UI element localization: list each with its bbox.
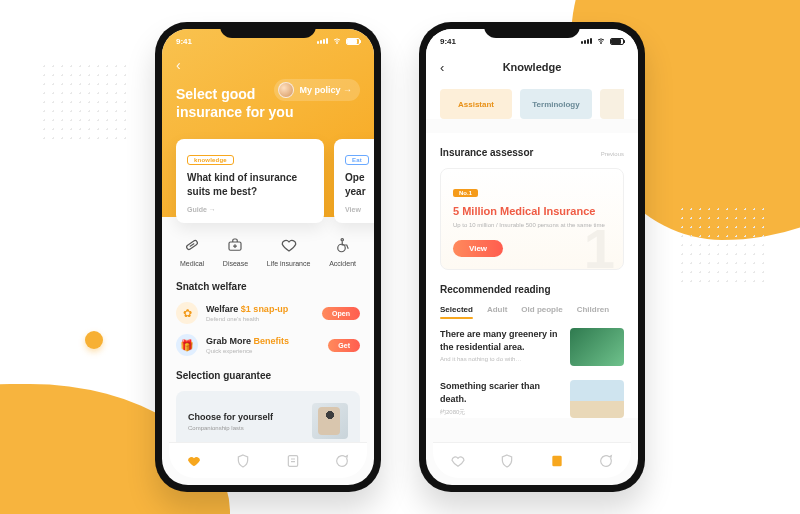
wifi-icon bbox=[332, 37, 342, 45]
article-thumbnail bbox=[570, 328, 624, 366]
article-thumbnail bbox=[570, 380, 624, 418]
status-time: 9:41 bbox=[176, 37, 192, 46]
get-button[interactable]: Get bbox=[328, 339, 360, 352]
assessor-card[interactable]: 1 No.1 5 Million Medical Insurance Up to… bbox=[440, 168, 624, 270]
assessor-desc: Up to 10 million / Insurable 500 persons… bbox=[453, 221, 611, 230]
wheelchair-icon bbox=[333, 235, 353, 255]
wifi-icon bbox=[596, 37, 606, 45]
knowledge-card-peek[interactable]: Eat Ope year View bbox=[334, 139, 374, 223]
card-title: Ope year bbox=[345, 171, 374, 198]
chip-guide[interactable]: Guid bbox=[600, 89, 624, 119]
my-policy-button[interactable]: My policy → bbox=[274, 79, 360, 101]
view-button[interactable]: View bbox=[453, 240, 503, 257]
tab-adult[interactable]: Adult bbox=[487, 305, 507, 314]
article-title: There are many greenery in the residenti… bbox=[440, 328, 560, 353]
status-time: 9:41 bbox=[440, 37, 456, 46]
welfare-title: Welfare $1 snap-up bbox=[206, 304, 314, 314]
device-notch bbox=[484, 22, 580, 38]
category-label: Medical bbox=[180, 260, 204, 267]
previous-link[interactable]: Previous bbox=[601, 151, 624, 157]
tab-doc-icon[interactable] bbox=[285, 453, 301, 469]
back-icon[interactable]: ‹ bbox=[176, 57, 360, 73]
category-label: Accident bbox=[329, 260, 356, 267]
insurance-assessor-title: Insurance assessor bbox=[440, 147, 533, 158]
tab-shield-icon[interactable] bbox=[499, 453, 515, 469]
welfare-sub: Defend one's health bbox=[206, 316, 314, 322]
article-item[interactable]: Something scarier than death. 约2080元 bbox=[440, 380, 624, 418]
page-title: Knowledge bbox=[503, 61, 562, 73]
card-link[interactable]: View bbox=[345, 206, 374, 213]
category-label: Disease bbox=[223, 260, 248, 267]
svg-rect-8 bbox=[552, 455, 561, 466]
svg-point-7 bbox=[601, 43, 602, 44]
phone-frame-home: 9:41 ‹ Select good insurance for you My … bbox=[155, 22, 381, 492]
category-life-insurance[interactable]: Life insurance bbox=[267, 235, 311, 267]
signal-icon bbox=[317, 38, 328, 44]
knowledge-card[interactable]: knowledge What kind of insurance suits m… bbox=[176, 139, 324, 223]
svg-point-5 bbox=[341, 239, 343, 241]
selection-guarantee-title: Selection guarantee bbox=[176, 370, 360, 381]
snatch-welfare-title: Snatch welfare bbox=[176, 281, 360, 292]
tab-chat-icon[interactable] bbox=[598, 453, 614, 469]
briefcase-medical-icon bbox=[225, 235, 245, 255]
badge-star-icon: ✿ bbox=[176, 302, 198, 324]
svg-rect-6 bbox=[288, 455, 297, 466]
tab-old-people[interactable]: Old people bbox=[521, 305, 562, 314]
article-item[interactable]: There are many greenery in the residenti… bbox=[440, 328, 624, 366]
welfare-sub: Quick experience bbox=[206, 348, 320, 354]
device-notch bbox=[220, 22, 316, 38]
tab-shield-icon[interactable] bbox=[235, 453, 251, 469]
heart-icon bbox=[279, 235, 299, 255]
chip-terminology[interactable]: Terminology bbox=[520, 89, 592, 119]
card-tag: Eat bbox=[345, 155, 369, 165]
battery-icon bbox=[346, 38, 360, 45]
article-sub: And it has nothing to do with… bbox=[440, 356, 560, 362]
tab-doc-icon[interactable] bbox=[549, 453, 565, 469]
welfare-row-snap-up[interactable]: ✿ Welfare $1 snap-up Defend one's health… bbox=[176, 302, 360, 324]
tab-children[interactable]: Children bbox=[577, 305, 609, 314]
recommended-reading-title: Recommended reading bbox=[440, 284, 624, 295]
article-title: Something scarier than death. bbox=[440, 380, 560, 405]
welfare-title: Grab More Benefits bbox=[206, 336, 320, 346]
tab-selected[interactable]: Selected bbox=[440, 305, 473, 314]
category-accident[interactable]: Accident bbox=[329, 235, 356, 267]
rank-badge: No.1 bbox=[453, 189, 478, 197]
battery-icon bbox=[610, 38, 624, 45]
signal-icon bbox=[581, 38, 592, 44]
phone-frame-knowledge: 9:41 ‹ Knowledge Assistant Terminology bbox=[419, 22, 645, 492]
open-button[interactable]: Open bbox=[322, 307, 360, 320]
my-policy-label: My policy → bbox=[299, 85, 352, 95]
card-title: What kind of insurance suits me best? bbox=[187, 171, 313, 198]
guarantee-sub: Companionship lasts bbox=[188, 425, 273, 431]
back-icon[interactable]: ‹ bbox=[440, 60, 444, 75]
chip-assistant[interactable]: Assistant bbox=[440, 89, 512, 119]
card-tag: knowledge bbox=[187, 155, 234, 165]
person-illustration bbox=[312, 403, 348, 439]
assessor-title: 5 Million Medical Insurance bbox=[453, 205, 611, 217]
gift-icon: 🎁 bbox=[176, 334, 198, 356]
bottom-tab-bar bbox=[433, 442, 631, 478]
article-sub: 约2080元 bbox=[440, 408, 560, 417]
avatar-icon bbox=[278, 82, 294, 98]
welfare-row-benefits[interactable]: 🎁 Grab More Benefits Quick experience Ge… bbox=[176, 334, 360, 356]
category-medical[interactable]: Medical bbox=[180, 235, 204, 267]
svg-point-0 bbox=[337, 43, 338, 44]
category-disease[interactable]: Disease bbox=[223, 235, 248, 267]
pill-icon bbox=[182, 235, 202, 255]
card-guide-link[interactable]: Guide → bbox=[187, 206, 313, 213]
tab-home-icon[interactable] bbox=[450, 453, 466, 469]
guarantee-title: Choose for yourself bbox=[188, 412, 273, 422]
tab-chat-icon[interactable] bbox=[334, 453, 350, 469]
bottom-tab-bar bbox=[169, 442, 367, 478]
category-label: Life insurance bbox=[267, 260, 311, 267]
tab-home-icon[interactable] bbox=[186, 453, 202, 469]
